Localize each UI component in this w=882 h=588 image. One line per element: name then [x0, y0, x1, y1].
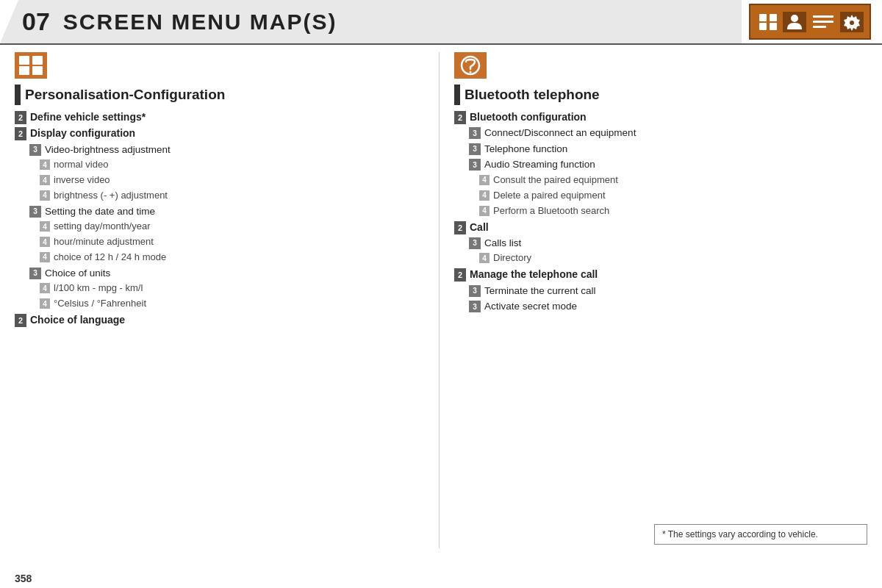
level4-badge: 4: [479, 253, 490, 263]
menu-item: 4°Celsius / °Fahrenheit: [15, 297, 431, 311]
menu-item: 2Display configuration: [15, 126, 431, 140]
menu-item-text: Terminate the current call: [484, 284, 596, 298]
right-section-header: [454, 52, 871, 79]
menu-item: 3Choice of units: [15, 266, 431, 281]
page-wrapper: 07 SCREEN MENU MAP(S): [0, 0, 882, 556]
menu-item-text: Audio Streaming function: [484, 157, 595, 172]
header-icon-4: [840, 12, 864, 32]
chapter-number: 07: [22, 7, 50, 36]
level3-badge: 3: [469, 143, 481, 155]
svg-rect-10: [32, 56, 43, 65]
header-icon-1: [756, 12, 780, 32]
note-box: * The settings vary according to vehicle…: [654, 524, 867, 545]
menu-item-text: Video-brightness adjustment: [45, 143, 171, 157]
menu-item: 3Terminate the current call: [454, 284, 871, 298]
level4-badge: 4: [40, 159, 50, 170]
svg-rect-3: [770, 23, 777, 30]
menu-item-text: Bluetooth configuration: [470, 110, 587, 124]
svg-point-14: [470, 71, 472, 74]
svg-rect-7: [813, 26, 826, 28]
level3-badge: 3: [29, 268, 41, 279]
menu-item: 3Calls list: [454, 236, 871, 251]
menu-item: 2Bluetooth configuration: [454, 110, 871, 124]
menu-item-text: Setting the date and time: [45, 204, 155, 219]
menu-item-text: hour/minute adjustment: [54, 235, 154, 249]
left-section-header: [15, 52, 431, 79]
menu-item: 2Define vehicle settings*: [15, 110, 431, 124]
menu-item-text: Consult the paired equipment: [493, 173, 618, 187]
right-section-icon: [454, 52, 487, 79]
menu-item: 2Manage the telephone call: [454, 267, 871, 282]
menu-item: 3Activate secret mode: [454, 299, 871, 314]
level1-badge-left: [15, 85, 21, 105]
menu-item-text: Choice of language: [30, 312, 125, 327]
level4-badge: 4: [479, 190, 490, 201]
level2-badge: 2: [454, 268, 466, 282]
note-text: * The settings vary according to vehicle…: [662, 529, 818, 539]
level4-badge: 4: [40, 190, 50, 201]
menu-item: 3Connect/Disconnect an equipment: [454, 126, 871, 140]
header-icon-2: [783, 12, 806, 32]
menu-item-text: Display configuration: [30, 126, 135, 140]
menu-item: 4inverse video: [15, 173, 431, 187]
menu-item-text: Call: [470, 220, 489, 234]
menu-item: 4Delete a paired equipment: [454, 189, 871, 203]
left-section-title: Personalisation-Configuration: [25, 87, 225, 103]
svg-point-4: [791, 15, 798, 22]
menu-item-text: choice of 12 h / 24 h mode: [54, 251, 166, 265]
level4-badge: 4: [40, 237, 50, 247]
level4-badge: 4: [40, 298, 50, 309]
left-column: Personalisation-Configuration 2Define ve…: [11, 52, 440, 548]
left-title-row: Personalisation-Configuration: [15, 85, 431, 105]
level4-badge: 4: [40, 252, 50, 262]
svg-rect-2: [759, 23, 767, 30]
menu-item: 2Choice of language: [15, 312, 431, 327]
svg-rect-9: [19, 56, 29, 65]
svg-rect-6: [813, 21, 833, 23]
left-menu: 2Define vehicle settings*2Display config…: [15, 110, 431, 327]
menu-item: 3Telephone function: [454, 142, 871, 157]
level3-badge: 3: [469, 159, 481, 171]
menu-item-text: setting day/month/year: [54, 220, 151, 234]
level2-badge: 2: [15, 127, 26, 140]
menu-item-text: Activate secret mode: [484, 299, 577, 314]
menu-item: 3Audio Streaming function: [454, 157, 871, 172]
level1-badge-right: [454, 85, 460, 105]
menu-item-text: Connect/Disconnect an equipment: [484, 126, 636, 140]
level3-badge: 3: [469, 127, 481, 139]
menu-item-text: Define vehicle settings*: [30, 110, 146, 124]
level3-badge: 3: [29, 206, 41, 218]
menu-item-text: Perform a Bluetooth search: [493, 204, 609, 218]
header-icon-3: [809, 12, 837, 32]
right-column: Bluetooth telephone 2Bluetooth configura…: [440, 52, 875, 548]
level4-badge: 4: [479, 206, 490, 216]
right-menu: 2Bluetooth configuration3Connect/Disconn…: [454, 110, 871, 314]
level4-badge: 4: [40, 283, 50, 293]
right-section-title: Bluetooth telephone: [465, 87, 600, 103]
menu-item: 4setting day/month/year: [15, 220, 431, 234]
level4-badge: 4: [40, 221, 50, 232]
menu-item-text: Manage the telephone call: [470, 267, 598, 282]
menu-item-text: Delete a paired equipment: [493, 189, 606, 203]
header-bg: 07 SCREEN MENU MAP(S): [0, 0, 742, 43]
level3-badge: 3: [29, 144, 41, 156]
level4-badge: 4: [479, 175, 490, 185]
menu-item-text: normal video: [54, 158, 108, 172]
header: 07 SCREEN MENU MAP(S): [0, 0, 882, 45]
level4-badge: 4: [40, 175, 50, 185]
svg-point-8: [850, 21, 854, 25]
menu-item: 3Setting the date and time: [15, 204, 431, 219]
menu-item: 4l/100 km - mpg - km/l: [15, 282, 431, 295]
menu-item: 4choice of 12 h / 24 h mode: [15, 251, 431, 265]
main-content: Personalisation-Configuration 2Define ve…: [0, 45, 882, 556]
level3-badge: 3: [469, 301, 481, 312]
menu-item-text: brightness (- +) adjustment: [54, 189, 168, 203]
level3-badge: 3: [469, 237, 481, 249]
left-section-icon: [15, 52, 47, 79]
svg-rect-0: [759, 14, 767, 21]
menu-item: 4brightness (- +) adjustment: [15, 189, 431, 203]
menu-item-text: Calls list: [484, 236, 521, 251]
page-number: 358: [15, 573, 32, 584]
menu-item: 4Directory: [454, 251, 871, 265]
menu-item-text: °Celsius / °Fahrenheit: [54, 297, 146, 311]
